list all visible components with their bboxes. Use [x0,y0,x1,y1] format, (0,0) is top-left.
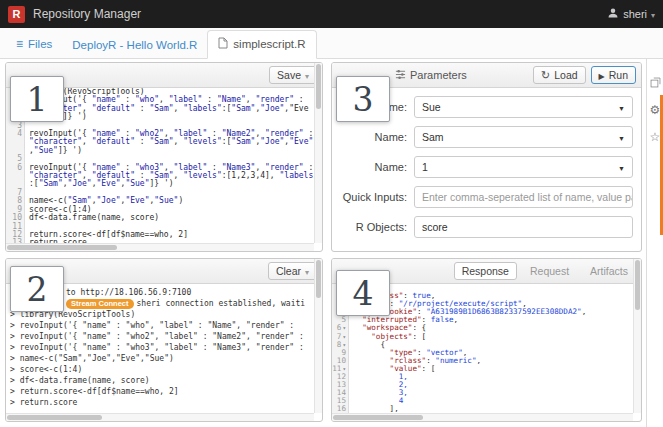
tab-request[interactable]: Request [522,262,577,280]
annotation-1: 1 [10,76,64,122]
console-line: > return.score<-df[df$name==who, 2] [10,386,318,397]
parameters-title: Parameters [395,69,467,82]
code-line: 10 df<-data.frame(name, score) [6,214,322,222]
gutter-line-number: 3 [6,122,25,130]
field-label: R Objects: [340,221,414,233]
gutter-line-number [6,147,25,155]
run-button[interactable]: Run [591,66,636,84]
tab-deployr-hello-world[interactable]: DeployR - Hello World.R [62,33,207,58]
clear-button[interactable]: Clear [268,262,317,280]
quick-inputs-field[interactable]: Enter comma-seperated list of name, valu… [414,186,633,208]
stream-connect-badge: Stream Connect [66,299,134,309]
gutter-line-number: 8 [6,197,25,205]
caret-down-icon [305,69,309,81]
console-line: > df<-data.frame(name, score) [10,375,318,386]
horizontal-scrollbar[interactable] [6,413,314,421]
run-label: Run [609,69,628,81]
horizontal-scrollbar[interactable] [6,243,314,251]
tab-artifacts[interactable]: Artifacts [582,262,636,280]
tab-label: Files [28,38,52,50]
field-value: score [422,221,448,233]
console-line: > return.score [10,397,318,408]
play-icon [599,69,605,81]
annotation-2: 2 [10,266,64,312]
gutter-line-number: 5 [6,155,25,163]
tab-label: simplescript.R [233,38,305,50]
form-row: Quick Inputs: Enter comma-seperated list… [340,186,633,208]
form-row: R Objects: score [340,216,633,238]
caret-down-icon [618,101,625,113]
form-row: Name: 1 [340,156,633,178]
code-text: ,"Sue"]} ') [25,147,82,155]
tab-label: DeployR - Hello World.R [72,39,197,51]
vertical-scrollbar[interactable] [314,259,322,413]
console-line: > revoInput('{ "name" : "who", "label" :… [10,320,318,331]
pages-icon[interactable] [648,75,663,90]
parameters-title-label: Parameters [410,69,467,81]
code-text: df<-data.frame(name, score) [25,214,159,222]
field-label: Quick Inputs: [340,191,414,203]
right-rail: ⚙ ☆ [646,59,663,427]
r-logo: R [8,6,25,23]
code-line: :["Sam","Joe","Eve","Sue"]} ') [6,180,322,188]
gutter-line-number: 7 [6,189,25,197]
gutter-line-number: 4 [6,130,25,138]
file-icon [218,37,228,51]
tab-simplescript[interactable]: simplescript.R [207,30,316,59]
code-line: ,"Sue"]} ') [6,147,322,155]
vertical-scrollbar[interactable] [314,63,322,243]
console-line: > score<-c(1:4) [10,364,318,375]
load-icon [541,69,550,82]
console-line: > name<-c("Sam","Joe","Eve","Sue") [10,353,318,364]
tab-response[interactable]: Response [454,262,517,280]
user-menu[interactable]: sheri [607,7,655,21]
gutter-line-number: 6 [6,164,25,172]
load-label: Load [554,69,577,81]
placeholder-text: Enter comma-seperated list of name, valu… [422,191,633,203]
annotation-3: 3 [336,76,390,122]
clear-label: Clear [276,265,301,277]
caret-down-icon [305,265,309,277]
gutter-line-number [6,138,25,146]
select-value: Sue [422,101,441,113]
caret-down-icon [618,161,625,173]
save-label: Save [277,69,301,81]
name-select-3[interactable]: 1 [414,156,633,178]
gutter-line-number [6,180,25,188]
select-value: Sam [422,131,444,143]
console-line: > revoInput('{ "name" : "who2", "label" … [10,331,318,342]
gutter-line-number [6,172,25,180]
horizontal-scrollbar[interactable] [332,413,633,421]
name-select-1[interactable]: Sue [414,96,633,118]
code-text: :["Sam","Joe","Eve","Sue"]} ') [25,180,174,188]
field-label: Name: [340,131,414,143]
fold-caret-icon[interactable] [341,324,346,332]
annotation-4: 4 [336,270,390,316]
select-value: 1 [422,161,428,173]
r-objects-field[interactable]: score [414,216,633,238]
load-button[interactable]: Load [533,66,586,84]
list-icon [16,37,23,51]
tab-files[interactable]: Files [6,31,62,58]
save-button[interactable]: Save [269,66,317,84]
tab-bar: Files DeployR - Hello World.R simplescri… [0,28,663,59]
console-line: > revoInput('{ "name" : "who3", "label" … [10,342,318,353]
vertical-scrollbar[interactable] [633,259,641,413]
app-title: Repository Manager [33,7,141,21]
form-row: Name: Sam [340,126,633,148]
fold-caret-icon[interactable] [341,333,346,341]
field-label: Name: [340,161,414,173]
caret-down-icon [618,131,625,143]
sliders-icon [395,69,406,82]
user-name: sheri [623,8,647,20]
user-icon [607,7,619,21]
app-header: R Repository Manager sheri [0,0,663,28]
caret-down-icon [651,8,655,20]
name-select-2[interactable]: Sam [414,126,633,148]
